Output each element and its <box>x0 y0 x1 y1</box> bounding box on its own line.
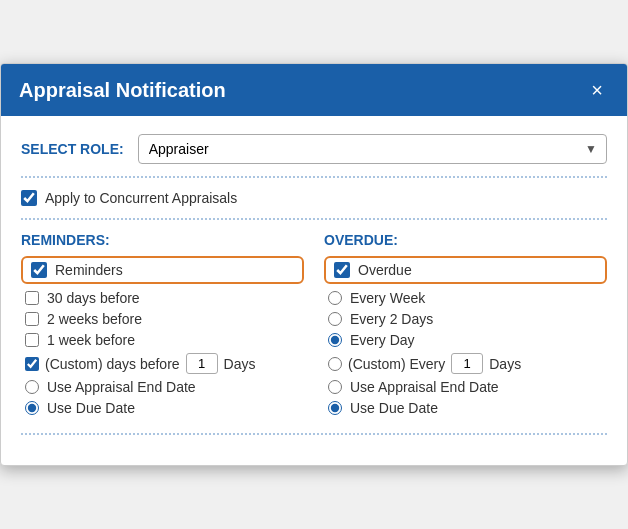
reminders-column: REMINDERS: Reminders 30 days before 2 we… <box>21 232 314 421</box>
overdue-radio-due-date[interactable] <box>328 401 342 415</box>
option-every-day: Every Day <box>328 332 607 348</box>
reminders-label: Reminders <box>55 262 123 278</box>
role-select[interactable]: Appraiser Reviewer Admin <box>138 134 607 164</box>
overdue-title: OVERDUE: <box>324 232 607 248</box>
role-label: SELECT ROLE: <box>21 141 124 157</box>
custom-days-row: (Custom) days before Days <box>25 353 304 374</box>
overdue-label-appraisal-end-date: Use Appraisal End Date <box>350 379 499 395</box>
option-2-weeks: 2 weeks before <box>25 311 304 327</box>
concurrent-label: Apply to Concurrent Appraisals <box>45 190 237 206</box>
overdue-radio-appraisal-end-date[interactable] <box>328 380 342 394</box>
overdue-highlight-box: Overdue <box>324 256 607 284</box>
overdue-label: Overdue <box>358 262 412 278</box>
custom-days-unit: Days <box>224 356 256 372</box>
label-2-weeks: 2 weeks before <box>47 311 142 327</box>
label-every-2-days: Every 2 Days <box>350 311 433 327</box>
role-row: SELECT ROLE: Appraiser Reviewer Admin ▼ <box>21 134 607 164</box>
radio-appraisal-end-date[interactable] <box>25 380 39 394</box>
role-select-wrapper: Appraiser Reviewer Admin ▼ <box>138 134 607 164</box>
option-appraisal-end-date: Use Appraisal End Date <box>25 379 304 395</box>
checkbox-2-weeks[interactable] <box>25 312 39 326</box>
overdue-custom-input[interactable] <box>451 353 483 374</box>
concurrent-row: Apply to Concurrent Appraisals <box>21 190 607 206</box>
reminders-checkbox[interactable] <box>31 262 47 278</box>
close-button[interactable]: × <box>585 78 609 102</box>
divider-3 <box>21 433 607 435</box>
overdue-custom-label: (Custom) Every <box>348 356 445 372</box>
custom-days-checkbox[interactable] <box>25 357 39 371</box>
option-1-week: 1 week before <box>25 332 304 348</box>
overdue-option-due-date: Use Due Date <box>328 400 607 416</box>
reminders-highlight-box: Reminders <box>21 256 304 284</box>
label-30-days: 30 days before <box>47 290 140 306</box>
radio-every-2-days[interactable] <box>328 312 342 326</box>
option-due-date: Use Due Date <box>25 400 304 416</box>
radio-custom-every[interactable] <box>328 357 342 371</box>
label-every-day: Every Day <box>350 332 415 348</box>
divider-2 <box>21 218 607 220</box>
radio-every-week[interactable] <box>328 291 342 305</box>
overdue-custom-row: (Custom) Every Days <box>328 353 607 374</box>
overdue-checkbox[interactable] <box>334 262 350 278</box>
dialog-body: SELECT ROLE: Appraiser Reviewer Admin ▼ … <box>1 116 627 465</box>
appraisal-notification-dialog: Appraisal Notification × SELECT ROLE: Ap… <box>0 63 628 466</box>
label-due-date: Use Due Date <box>47 400 135 416</box>
radio-every-day[interactable] <box>328 333 342 347</box>
overdue-option-appraisal-end-date: Use Appraisal End Date <box>328 379 607 395</box>
checkbox-30-days[interactable] <box>25 291 39 305</box>
overdue-custom-unit: Days <box>489 356 521 372</box>
reminders-title: REMINDERS: <box>21 232 304 248</box>
checkbox-1-week[interactable] <box>25 333 39 347</box>
overdue-column: OVERDUE: Overdue Every Week Every 2 Days <box>314 232 607 421</box>
divider-1 <box>21 176 607 178</box>
label-appraisal-end-date: Use Appraisal End Date <box>47 379 196 395</box>
option-30-days: 30 days before <box>25 290 304 306</box>
label-1-week: 1 week before <box>47 332 135 348</box>
custom-days-label: (Custom) days before <box>45 356 180 372</box>
option-every-2-days: Every 2 Days <box>328 311 607 327</box>
concurrent-checkbox[interactable] <box>21 190 37 206</box>
columns-row: REMINDERS: Reminders 30 days before 2 we… <box>21 232 607 421</box>
radio-due-date[interactable] <box>25 401 39 415</box>
label-every-week: Every Week <box>350 290 425 306</box>
overdue-label-due-date: Use Due Date <box>350 400 438 416</box>
dialog-title: Appraisal Notification <box>19 79 226 102</box>
option-every-week: Every Week <box>328 290 607 306</box>
dialog-header: Appraisal Notification × <box>1 64 627 116</box>
custom-days-input[interactable] <box>186 353 218 374</box>
